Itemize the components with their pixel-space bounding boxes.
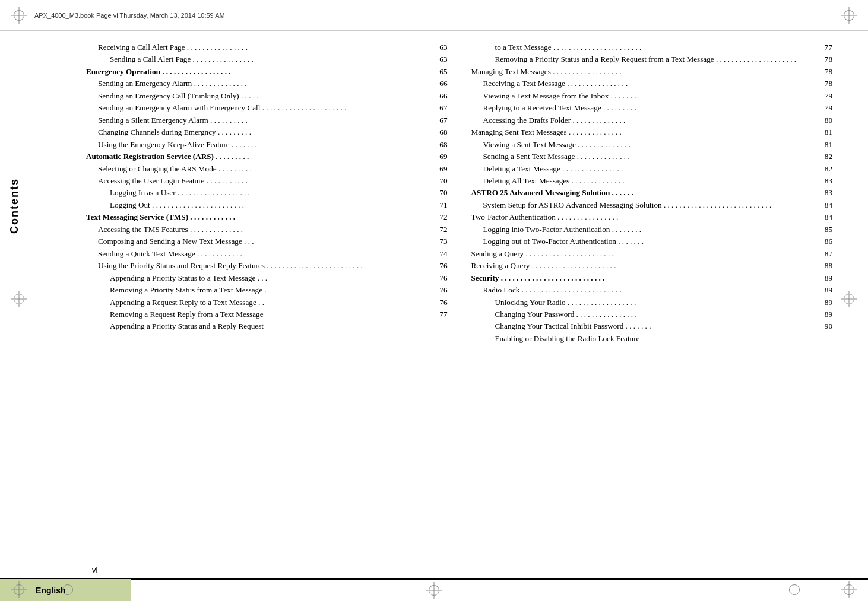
toc-entry-text: Emergency Operation . . . . . . . . . . … (86, 66, 431, 78)
toc-entry: Using the Priority Status and Request Re… (86, 260, 448, 272)
toc-page-number: 68 (431, 126, 448, 138)
toc-entry: Enabling or Disabling the Radio Lock Fea… (471, 333, 833, 345)
toc-entry: Receiving a Call Alert Page . . . . . . … (86, 42, 448, 53)
toc-page-number: 87 (816, 248, 832, 260)
toc-entry: Text Messaging Service (TMS) . . . . . .… (86, 211, 448, 223)
toc-entry-text: Changing Your Password . . . . . . . . .… (495, 309, 816, 320)
toc-entry: System Setup for ASTRO Advanced Messagin… (471, 199, 833, 211)
toc-entry: Receiving a Query . . . . . . . . . . . … (471, 260, 833, 272)
toc-page-number: 65 (431, 66, 448, 78)
toc-entry-text: Accessing the TMS Features . . . . . . .… (98, 224, 431, 236)
toc-entry: Changing Your Password . . . . . . . . .… (471, 309, 833, 320)
toc-entry: Selecting or Changing the ARS Mode . . .… (86, 163, 448, 175)
toc-entry: Automatic Registration Service (ARS) . .… (86, 151, 448, 163)
toc-page-number: 90 (816, 320, 832, 332)
toc-entry-text: Receiving a Call Alert Page . . . . . . … (98, 42, 431, 53)
toc-entry: to a Text Message . . . . . . . . . . . … (471, 42, 833, 53)
toc-entry: Removing a Request Reply from a Text Mes… (86, 309, 448, 320)
toc-entry: Deleting All Text Messages . . . . . . .… (471, 175, 833, 187)
toc-entry: Logging In as a User . . . . . . . . . .… (86, 187, 448, 199)
english-label: English (36, 586, 66, 595)
toc-entry: Changing Channels during Emergncy . . . … (86, 126, 448, 138)
toc-entry-text: Sending a Query . . . . . . . . . . . . … (471, 248, 816, 260)
toc-entry-text: Radio Lock . . . . . . . . . . . . . . .… (483, 284, 816, 296)
right-column: to a Text Message . . . . . . . . . . . … (471, 36, 833, 571)
toc-entry-text: Using the Priority Status and Request Re… (98, 260, 431, 272)
toc-entry: Managing Text Messages . . . . . . . . .… (471, 66, 833, 78)
toc-page-number: 84 (816, 211, 832, 223)
toc-page-number: 69 (431, 163, 448, 175)
toc-entry: Logging out of Two-Factor Authentication… (471, 236, 833, 247)
toc-page-number: 70 (431, 187, 448, 199)
toc-page-number: 76 (431, 297, 448, 309)
toc-entry: Removing a Priority Status from a Text M… (86, 284, 448, 296)
toc-entry: Sending a Quick Text Message . . . . . .… (86, 248, 448, 260)
toc-entry-text: Enabling or Disabling the Radio Lock Fea… (495, 333, 833, 345)
toc-entry-text: Sending an Emergency Alarm . . . . . . .… (98, 78, 431, 90)
toc-entry-text: Sending a Silent Emergency Alarm . . . .… (98, 115, 431, 126)
toc-entry-text: Logging into Two-Factor Authentication .… (483, 224, 816, 236)
page-number: vi (92, 565, 97, 574)
toc-page-number: 89 (816, 284, 832, 296)
toc-entry: Unlocking Your Radio . . . . . . . . . .… (471, 297, 833, 309)
toc-entry-text: Viewing a Sent Text Message . . . . . . … (483, 139, 816, 151)
toc-entry: Emergency Operation . . . . . . . . . . … (86, 66, 448, 78)
toc-entry: Managing Sent Text Messages . . . . . . … (471, 126, 833, 138)
toc-page-number: 81 (816, 139, 832, 151)
toc-page-number: 73 (431, 236, 448, 247)
toc-entry: Appending a Request Reply to a Text Mess… (86, 297, 448, 309)
toc-entry: Deleting a Text Message . . . . . . . . … (471, 163, 833, 175)
toc-entry: Viewing a Text Message from the Inbox . … (471, 90, 833, 102)
toc-page-number: 70 (431, 175, 448, 187)
toc-entry: Sending an Emergency Alarm . . . . . . .… (86, 78, 448, 90)
toc-entry-text: ASTRO 25 Advanced Messaging Solution . .… (471, 187, 816, 199)
dot-marker-br (789, 584, 800, 595)
toc-page-number: 68 (431, 139, 448, 151)
toc-entry: Accessing the Drafts Folder . . . . . . … (471, 115, 833, 126)
toc-entry-text: Appending a Priority Status and a Reply … (110, 320, 448, 332)
toc-page-number: 78 (816, 66, 832, 78)
toc-entry-text: Unlocking Your Radio . . . . . . . . . .… (495, 297, 816, 309)
toc-entry: Replying to a Received Text Message . . … (471, 102, 833, 114)
toc-page-number: 89 (816, 309, 832, 320)
header-bar: APX_4000_M3.book Page vi Thursday, March… (0, 0, 868, 31)
toc-entry-text: Using the Emergency Keep-Alive Feature .… (98, 139, 431, 151)
toc-entry: Removing a Priority Status and a Reply R… (471, 53, 833, 65)
toc-entry-text: Logging out of Two-Factor Authentication… (483, 236, 816, 247)
toc-entry-text: Accessing the Drafts Folder . . . . . . … (483, 115, 816, 126)
toc-entry-text: Sending a Call Alert Page . . . . . . . … (110, 53, 431, 65)
crosshair-mid-left (11, 291, 27, 307)
toc-entry-text: Changing Channels during Emergncy . . . … (98, 126, 431, 138)
toc-page-number: 72 (431, 211, 448, 223)
contents-sidebar-label: Contents (8, 178, 21, 234)
toc-entry-text: Automatic Registration Service (ARS) . .… (86, 151, 431, 163)
toc-entry-text: Changing Your Tactical Inhibit Password … (495, 320, 816, 332)
toc-entry-text: Logging In as a User . . . . . . . . . .… (110, 187, 431, 199)
toc-entry-text: Two-Factor Authentication . . . . . . . … (471, 211, 816, 223)
toc-page-number: 82 (816, 151, 832, 163)
toc-page-number: 82 (816, 163, 832, 175)
toc-entry-text: Appending a Priority Status to a Text Me… (110, 272, 431, 284)
toc-page-number: 63 (431, 42, 448, 53)
toc-entry-text: Security . . . . . . . . . . . . . . . .… (471, 272, 816, 284)
toc-entry-text: Sending an Emergency Call (Trunking Only… (98, 90, 431, 102)
toc-entry: Logging into Two-Factor Authentication .… (471, 224, 833, 236)
crosshair-mid-right (841, 291, 857, 307)
toc-page-number: 74 (431, 248, 448, 260)
crosshair-top-left (11, 7, 27, 24)
toc-entry: Logging Out . . . . . . . . . . . . . . … (86, 199, 448, 211)
crosshair-top-right (841, 7, 857, 24)
toc-entry-text: Text Messaging Service (TMS) . . . . . .… (86, 211, 431, 223)
toc-entry-text: Removing a Request Reply from a Text Mes… (110, 309, 431, 320)
toc-page-number: 83 (816, 175, 832, 187)
toc-page-number: 71 (431, 199, 448, 211)
toc-entry-text: Managing Text Messages . . . . . . . . .… (471, 66, 816, 78)
toc-entry-text: Selecting or Changing the ARS Mode . . .… (98, 163, 431, 175)
toc-page-number: 84 (816, 199, 832, 211)
toc-entry-text: Sending an Emergency Alarm with Emergenc… (98, 102, 431, 114)
toc-page-number: 80 (816, 115, 832, 126)
toc-page-number: 89 (816, 272, 832, 284)
toc-page-number: 67 (431, 115, 448, 126)
toc-entry-text: Receiving a Text Message . . . . . . . .… (483, 78, 816, 90)
crosshair-bot-center (426, 582, 442, 599)
